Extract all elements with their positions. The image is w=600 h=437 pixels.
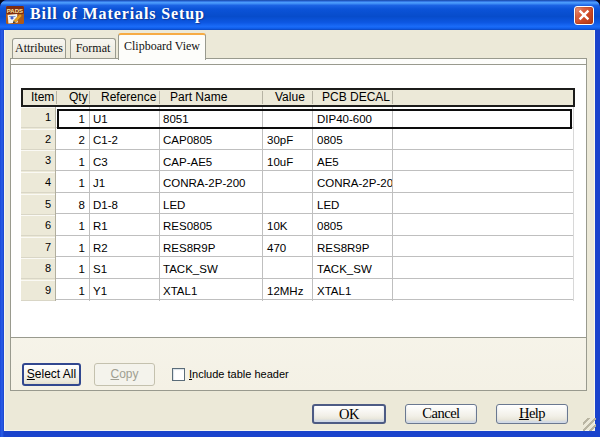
svg-text:PADS: PADS — [7, 8, 23, 14]
